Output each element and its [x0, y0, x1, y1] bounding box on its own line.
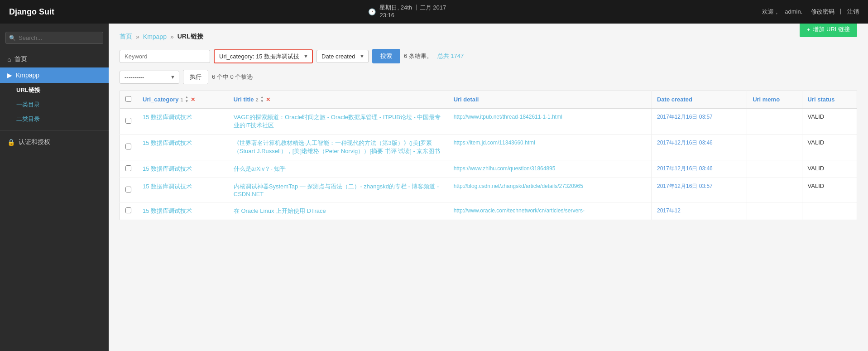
- selected-info: 6 个中 0 个被选: [212, 73, 253, 81]
- sidebar-search-input[interactable]: [5, 32, 103, 44]
- row-status: [802, 202, 857, 220]
- data-table: Url_category 1 ▲▼ ✕ Url title 2: [120, 91, 857, 220]
- result-count: 6 条结果。 总共 1747: [404, 52, 464, 60]
- th-checkbox: [120, 91, 137, 109]
- row-date: 2017年12月16日 03:46: [651, 160, 747, 178]
- row-memo: [747, 108, 802, 135]
- row-category: 15 数据库调试技术: [137, 202, 228, 220]
- row-status: VALID: [802, 135, 857, 160]
- table-row: 15 数据库调试技术 《世界著名计算机教材精选·人工智能：一种现代的方法（第3版…: [120, 135, 857, 160]
- table-row: 15 数据库调试技术 内核调试神器SystemTap — 探测点与语法（二）- …: [120, 178, 857, 202]
- action-row: ---------- ▼ 执行 6 个中 0 个被选: [120, 70, 800, 84]
- delete-col-category[interactable]: ✕: [191, 96, 195, 103]
- th-url-detail: Url detail: [448, 91, 651, 109]
- category2-label: 二类目录: [16, 115, 40, 122]
- change-password-link[interactable]: 修改密码: [811, 8, 834, 15]
- detail-link[interactable]: http://www.itpub.net/thread-1842611-1-1.…: [454, 114, 562, 120]
- detail-link[interactable]: https://item.jd.com/11343660.html: [454, 139, 535, 146]
- clock-icon: 🕐: [368, 8, 376, 15]
- row-date: 2017年12月16日 03:46: [651, 135, 747, 160]
- row-category: 15 数据库调试技术: [137, 108, 228, 135]
- title-link[interactable]: 《世界著名计算机教材精选·人工智能：一种现代的方法（第3版）》([美]罗素（St…: [234, 139, 441, 154]
- row-checkbox[interactable]: [125, 207, 131, 213]
- row-checkbox-cell: [120, 202, 137, 220]
- add-plus-icon: +: [807, 26, 810, 33]
- row-title: VAGE的探索频道：Oracle时间之旅 - Oracle数据库管理 - ITP…: [228, 108, 448, 135]
- row-title: 《世界著名计算机教材精选·人工智能：一种现代的方法（第3版）》([美]罗素（St…: [228, 135, 448, 160]
- sidebar-item-home[interactable]: ⌂ 首页: [0, 51, 109, 67]
- sidebar-kmpapp-label: Kmpapp: [16, 72, 39, 79]
- row-title: 内核调试神器SystemTap — 探测点与语法（二）- zhangskd的专栏…: [228, 178, 448, 202]
- execute-button[interactable]: 执行: [183, 70, 208, 84]
- row-checkbox[interactable]: [125, 144, 131, 149]
- table-row: 15 数据库调试技术 VAGE的探索频道：Oracle时间之旅 - Oracle…: [120, 108, 857, 135]
- th-url-status: Url status: [802, 91, 857, 109]
- table-row: 15 数据库调试技术 什么是arXiv？- 知乎 https://www.zhi…: [120, 160, 857, 178]
- time-label: 23:16: [379, 12, 446, 19]
- detail-link[interactable]: https://www.zhihu.com/question/31864895: [454, 165, 556, 172]
- row-checkbox-cell: [120, 178, 137, 202]
- sidebar-item-category1[interactable]: 一类目录: [0, 97, 109, 112]
- date-filter-select[interactable]: Date created: [317, 50, 368, 63]
- row-checkbox-cell: [120, 108, 137, 135]
- username: admin.: [785, 8, 802, 15]
- row-date: 2017年12月16日 03:57: [651, 108, 747, 135]
- user-links: 欢迎， admin. 修改密码 丨 注销: [760, 8, 859, 16]
- top-controls-left: Url_category: 15 数据库调试技 ▼ Date created ▼…: [120, 49, 800, 91]
- row-detail: http://www.itpub.net/thread-1842611-1-1.…: [448, 108, 651, 135]
- row-memo: [747, 178, 802, 202]
- sidebar-divider: [0, 130, 109, 130]
- row-detail: https://www.zhihu.com/question/31864895: [448, 160, 651, 178]
- top-nav: Django Suit 🕐 星期日, 24th 十二月 2017 23:16 欢…: [0, 0, 868, 24]
- detail-link[interactable]: http://blog.csdn.net/zhangskd/article/de…: [454, 183, 583, 189]
- category-filter-select[interactable]: Url_category: 15 数据库调试技: [215, 50, 312, 63]
- row-checkbox-cell: [120, 160, 137, 178]
- delete-col-title[interactable]: ✕: [266, 96, 270, 103]
- th-url-title: Url title 2 ▲▼ ✕: [228, 91, 448, 109]
- detail-link[interactable]: http://www.oracle.com/technetwork/cn/art…: [454, 207, 585, 214]
- title-link[interactable]: 在 Oracle Linux 上开始使用 DTrace: [234, 207, 326, 214]
- row-category: 15 数据库调试技术: [137, 160, 228, 178]
- sidebar: 🔍 ⌂ 首页 ▶ Kmpapp URL链接 一类目录 二类目录 🔒 认证和授权: [0, 24, 109, 351]
- row-title: 什么是arXiv？- 知乎: [228, 160, 448, 178]
- row-detail: https://item.jd.com/11343660.html: [448, 135, 651, 160]
- breadcrumb-current: URL链接: [177, 33, 203, 41]
- keyword-input[interactable]: [120, 50, 210, 63]
- category1-label: 一类目录: [16, 101, 40, 108]
- kmpapp-arrow-icon: ▶: [7, 72, 12, 79]
- row-memo: [747, 160, 802, 178]
- sort-icons-category[interactable]: ▲▼: [185, 96, 189, 103]
- row-checkbox-cell: [120, 135, 137, 160]
- row-checkbox[interactable]: [125, 187, 131, 192]
- logout-link[interactable]: 注销: [847, 8, 859, 15]
- sidebar-search-icon: 🔍: [9, 35, 16, 41]
- breadcrumb-home[interactable]: 首页: [120, 33, 132, 41]
- title-link[interactable]: VAGE的探索频道：Oracle时间之旅 - Oracle数据库管理 - ITP…: [234, 114, 441, 129]
- auth-label: 认证和授权: [19, 138, 50, 146]
- date-label: 星期日, 24th 十二月 2017: [379, 4, 446, 12]
- search-button[interactable]: 搜索: [372, 49, 400, 63]
- action-select[interactable]: ----------: [120, 71, 179, 83]
- row-checkbox[interactable]: [125, 118, 131, 124]
- result-total-link[interactable]: 总共 1747: [437, 53, 464, 59]
- sidebar-item-kmpapp[interactable]: ▶ Kmpapp: [0, 67, 109, 83]
- th-date-created: Date created: [651, 91, 747, 109]
- top-controls: Url_category: 15 数据库调试技 ▼ Date created ▼…: [120, 49, 857, 91]
- breadcrumb-sep2: »: [170, 33, 174, 40]
- breadcrumb: 首页 » Kmpapp » URL链接: [120, 33, 857, 41]
- row-status: VALID: [802, 160, 857, 178]
- row-checkbox[interactable]: [125, 165, 131, 171]
- table-header-row: Url_category 1 ▲▼ ✕ Url title 2: [120, 91, 857, 109]
- select-all-checkbox[interactable]: [125, 96, 131, 102]
- row-detail: http://www.oracle.com/technetwork/cn/art…: [448, 202, 651, 220]
- breadcrumb-app[interactable]: Kmpapp: [143, 33, 167, 40]
- sort-icons-title[interactable]: ▲▼: [260, 96, 264, 103]
- main-content: 首页 » Kmpapp » URL链接 Url_category: 15 数据库…: [109, 24, 868, 351]
- add-url-button[interactable]: + 增加 URL链接: [800, 22, 857, 37]
- sidebar-item-url-links[interactable]: URL链接: [0, 83, 109, 97]
- title-link[interactable]: 什么是arXiv？- 知乎: [234, 165, 286, 172]
- th-url-category: Url_category 1 ▲▼ ✕: [137, 91, 228, 109]
- title-link[interactable]: 内核调试神器SystemTap — 探测点与语法（二）- zhangskd的专栏…: [234, 183, 439, 197]
- sidebar-item-category2[interactable]: 二类目录: [0, 112, 109, 126]
- sidebar-item-auth[interactable]: 🔒 认证和授权: [0, 134, 109, 150]
